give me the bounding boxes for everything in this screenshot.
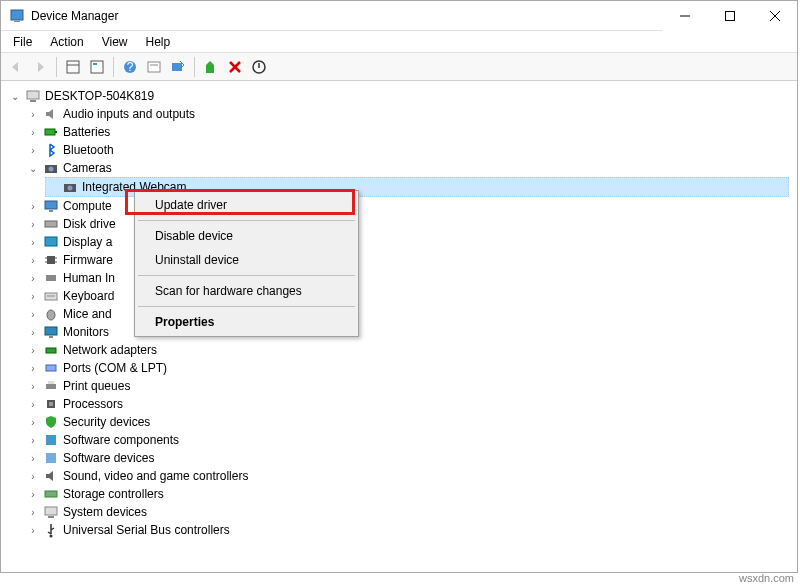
svg-rect-8	[91, 61, 103, 73]
svg-rect-50	[45, 491, 57, 497]
category-sound[interactable]: ›Sound, video and game controllers	[27, 467, 789, 485]
action-button[interactable]	[143, 56, 165, 78]
chevron-right-icon[interactable]: ›	[27, 236, 39, 248]
device-tree[interactable]: ⌄ DESKTOP-504K819 ›Audio inputs and outp…	[1, 81, 797, 570]
category-printq[interactable]: ›Print queues	[27, 377, 789, 395]
menu-action[interactable]: Action	[42, 33, 91, 51]
category-batteries[interactable]: ›Batteries	[27, 123, 789, 141]
battery-icon	[43, 124, 59, 140]
chevron-right-icon[interactable]: ›	[27, 126, 39, 138]
chevron-right-icon[interactable]: ›	[27, 470, 39, 482]
svg-rect-43	[46, 365, 56, 371]
chevron-right-icon[interactable]: ›	[27, 434, 39, 446]
chevron-down-icon[interactable]: ⌄	[27, 162, 39, 174]
chevron-down-icon[interactable]: ⌄	[9, 90, 21, 102]
camera-icon	[43, 160, 59, 176]
help-button[interactable]: ?	[119, 56, 141, 78]
svg-rect-42	[46, 348, 56, 353]
chevron-right-icon[interactable]: ›	[27, 362, 39, 374]
svg-rect-22	[55, 131, 57, 133]
context-uninstall-device[interactable]: Uninstall device	[137, 248, 356, 272]
chip-icon	[43, 252, 59, 268]
context-update-driver[interactable]: Update driver	[137, 193, 356, 217]
minimize-button[interactable]	[662, 1, 707, 31]
properties-button[interactable]	[86, 56, 108, 78]
context-properties[interactable]: Properties	[137, 310, 356, 334]
menu-separator	[138, 306, 355, 307]
device-manager-window: Device Manager File Action View Help ? ⌄	[0, 0, 798, 573]
chevron-right-icon[interactable]: ›	[27, 254, 39, 266]
category-usb[interactable]: ›Universal Serial Bus controllers	[27, 521, 789, 539]
disable-button[interactable]	[248, 56, 270, 78]
back-button[interactable]	[5, 56, 27, 78]
svg-rect-28	[49, 210, 53, 212]
chevron-right-icon[interactable]: ›	[27, 290, 39, 302]
menu-file[interactable]: File	[5, 33, 40, 51]
category-processors[interactable]: ›Processors	[27, 395, 789, 413]
chevron-right-icon[interactable]: ›	[27, 416, 39, 428]
chevron-right-icon[interactable]: ›	[27, 488, 39, 500]
maximize-button[interactable]	[707, 1, 752, 31]
chevron-right-icon[interactable]: ›	[27, 272, 39, 284]
chevron-right-icon[interactable]: ›	[27, 218, 39, 230]
uninstall-button[interactable]	[224, 56, 246, 78]
svg-rect-19	[27, 91, 39, 99]
category-system[interactable]: ›System devices	[27, 503, 789, 521]
window-title: Device Manager	[31, 9, 118, 23]
chevron-right-icon[interactable]: ›	[27, 308, 39, 320]
svg-rect-47	[49, 402, 53, 406]
svg-rect-9	[93, 63, 97, 65]
chevron-right-icon[interactable]: ›	[27, 380, 39, 392]
hid-icon	[43, 270, 59, 286]
display-icon	[43, 234, 59, 250]
chevron-right-icon[interactable]: ›	[27, 398, 39, 410]
scan-button[interactable]	[167, 56, 189, 78]
context-disable-device[interactable]: Disable device	[137, 224, 356, 248]
storage-icon	[43, 486, 59, 502]
chevron-right-icon[interactable]: ›	[27, 108, 39, 120]
svg-rect-29	[45, 221, 57, 227]
chevron-right-icon[interactable]: ›	[27, 524, 39, 536]
category-swdev[interactable]: ›Software devices	[27, 449, 789, 467]
chevron-right-icon[interactable]: ›	[27, 452, 39, 464]
menu-separator	[138, 220, 355, 221]
port-icon	[43, 360, 59, 376]
svg-rect-27	[45, 201, 57, 209]
titlebar: Device Manager	[1, 1, 797, 31]
chevron-right-icon[interactable]: ›	[27, 200, 39, 212]
chevron-right-icon[interactable]: ›	[27, 344, 39, 356]
mouse-icon	[43, 306, 59, 322]
category-ports[interactable]: ›Ports (COM & LPT)	[27, 359, 789, 377]
chevron-right-icon[interactable]: ›	[27, 326, 39, 338]
update-driver-button[interactable]	[200, 56, 222, 78]
menu-view[interactable]: View	[94, 33, 136, 51]
svg-rect-15	[206, 65, 214, 73]
category-network[interactable]: ›Network adapters	[27, 341, 789, 359]
camera-icon	[62, 179, 78, 195]
svg-rect-45	[48, 381, 54, 384]
forward-button[interactable]	[29, 56, 51, 78]
computer-icon	[25, 88, 41, 104]
menubar: File Action View Help	[1, 31, 797, 53]
category-bluetooth[interactable]: ›Bluetooth	[27, 141, 789, 159]
chevron-right-icon[interactable]: ›	[27, 506, 39, 518]
network-icon	[43, 342, 59, 358]
svg-rect-48	[46, 435, 56, 445]
system-icon	[43, 504, 59, 520]
svg-rect-0	[11, 10, 23, 20]
svg-point-39	[47, 310, 55, 320]
tree-root[interactable]: ⌄ DESKTOP-504K819	[9, 87, 789, 105]
svg-rect-6	[67, 61, 79, 73]
menu-help[interactable]: Help	[138, 33, 179, 51]
category-storage[interactable]: ›Storage controllers	[27, 485, 789, 503]
svg-rect-1	[14, 21, 20, 22]
chevron-right-icon[interactable]: ›	[27, 144, 39, 156]
close-button[interactable]	[752, 1, 797, 31]
svg-rect-30	[45, 237, 57, 246]
category-audio[interactable]: ›Audio inputs and outputs	[27, 105, 789, 123]
category-cameras[interactable]: ⌄Cameras	[27, 159, 789, 177]
category-security[interactable]: ›Security devices	[27, 413, 789, 431]
category-swcomp[interactable]: ›Software components	[27, 431, 789, 449]
show-hide-button[interactable]	[62, 56, 84, 78]
context-scan-hardware[interactable]: Scan for hardware changes	[137, 279, 356, 303]
